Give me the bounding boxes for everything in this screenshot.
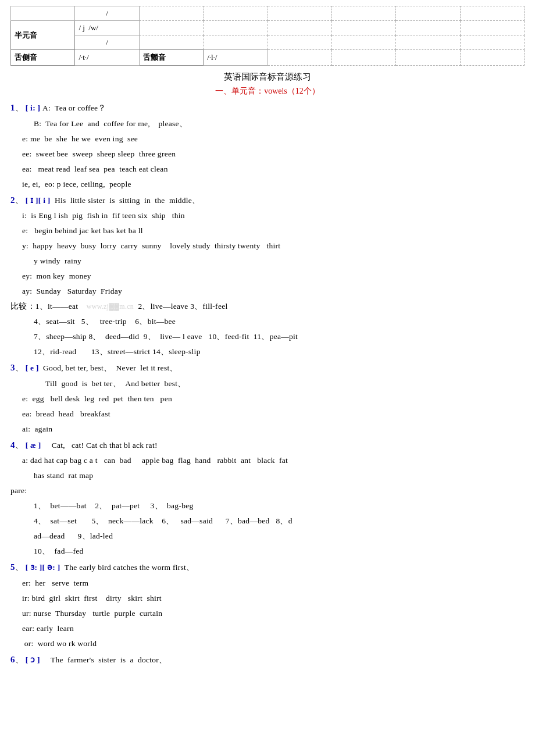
table-cell bbox=[331, 35, 395, 50]
item1-ie: ie, ei, eo: p iece, ceiling, people bbox=[10, 177, 525, 192]
content-block: 1、 [ i: ] A: Tea or coffee？ B: Tea for L… bbox=[10, 100, 525, 668]
table-cell bbox=[460, 50, 524, 66]
item2-main: His little sister is sitting in the midd… bbox=[52, 196, 200, 205]
table-cell bbox=[460, 21, 524, 35]
phoneme-2: [ ɪ ][ i ] bbox=[26, 196, 51, 205]
item4-c2: 4、 sat—set 5、 neck——lack 6、 sad—said 7、b… bbox=[10, 514, 525, 529]
item4-c1: 1、 bet——bat 2、 pat—pet 3、 bag-beg bbox=[10, 499, 525, 513]
table-label-semivowel: 半元音 bbox=[11, 21, 75, 50]
item4-header: 4、 [ æ ] Cat, cat! Cat ch that bl ack ra… bbox=[10, 437, 525, 454]
item2-e: e: begin behind jac ket bas ket ba ll bbox=[10, 224, 525, 238]
table-cell-trill-phoneme: /·l·/ bbox=[204, 50, 268, 66]
item3-till: Till good is bet ter、 And better best、 bbox=[10, 377, 525, 391]
watermark: www.zj▓▓m.cn bbox=[87, 302, 134, 311]
table-cell bbox=[396, 6, 460, 21]
item5-header: 5、 [ ɜ: ][ ə: ] The early bird catches t… bbox=[10, 559, 525, 576]
item2-ey: ey: mon key money bbox=[10, 269, 525, 284]
item5-ear: ear: early learn bbox=[10, 622, 525, 636]
item1-e: e: me be she he we even ing see bbox=[10, 132, 525, 147]
item1-text-a: A: Tea or coffee？ bbox=[42, 104, 106, 112]
table-label-trill: 舌颤音 bbox=[139, 50, 203, 66]
item5-ir: ir: bird girl skirt first dirty skirt sh… bbox=[10, 591, 525, 606]
item2-y2: y windy rainy bbox=[10, 254, 525, 269]
table-cell bbox=[268, 21, 331, 35]
table-cell bbox=[139, 35, 203, 50]
table-cell bbox=[460, 6, 524, 21]
num-6: 6 bbox=[10, 655, 15, 664]
table-cell bbox=[268, 35, 331, 50]
table-cell bbox=[139, 6, 203, 21]
item4-pare: pare: bbox=[10, 484, 525, 498]
item6-header: 6、 [ ɔ ] The farmer's sister is a doctor… bbox=[10, 652, 525, 668]
table-cell-slash2: / bbox=[75, 35, 139, 50]
phonetics-table-wrapper: / 半元音 / j /w/ / bbox=[10, 6, 525, 66]
item2-y: y: happy heavy busy lorry carry sunny lo… bbox=[10, 239, 525, 254]
table-cell bbox=[204, 35, 268, 50]
phoneme-3: [ e ] bbox=[26, 363, 39, 372]
table-cell bbox=[11, 6, 75, 21]
phoneme-4: [ æ ] bbox=[26, 441, 41, 450]
table-cell-lateral-phoneme: /·t·/ bbox=[75, 50, 139, 66]
num-4: 4 bbox=[10, 440, 15, 450]
table-cell bbox=[331, 50, 395, 66]
item4-c3: ad—dead 9、lad-led bbox=[10, 529, 525, 544]
table-cell-slash: / bbox=[75, 6, 139, 21]
table-cell bbox=[396, 50, 460, 66]
table-cell bbox=[331, 21, 395, 35]
item1-text-b: B: Tea for Lee and coffee for me, please… bbox=[10, 117, 525, 131]
item3-ai: ai: again bbox=[10, 422, 525, 437]
center-title: 英语国际音标音源练习 bbox=[10, 72, 525, 83]
item2-compare2: 4、seat—sit 5、 tree-trip 6、bit—bee bbox=[10, 315, 525, 329]
item3-header: 3、 [ e ] Good, bet ter, best、 Never let … bbox=[10, 360, 525, 376]
item5-er: er: her serve term bbox=[10, 576, 525, 591]
item3-e: e: egg bell desk leg red pet then ten pe… bbox=[10, 392, 525, 406]
table-cell bbox=[460, 35, 524, 50]
item5-or: or: word wo rk world bbox=[10, 637, 525, 651]
table-cell bbox=[396, 21, 460, 35]
item2-compare4: 12、rid-read 13、street—strict 14、sleep-sl… bbox=[10, 345, 525, 359]
table-cell bbox=[268, 6, 331, 21]
phoneme-6: [ ɔ ] bbox=[26, 655, 40, 664]
item2-compare3: 7、sheep—ship 8、 deed—did 9、 live— l eave… bbox=[10, 330, 525, 344]
item6-main: The farmer's sister is a doctor、 bbox=[42, 655, 167, 664]
phoneme-5: [ ɜ: ][ ə: ] bbox=[26, 563, 60, 572]
num-1: 1 bbox=[10, 103, 15, 112]
item2-compare: 比较：1、it——eat www.zj▓▓m.cn 2、live—leave 3… bbox=[10, 299, 525, 314]
item5-main: The early bird catches the worm first、 bbox=[62, 563, 194, 572]
item3-ea: ea: bread head breakfast bbox=[10, 407, 525, 422]
table-cell bbox=[204, 6, 268, 21]
num-3: 3 bbox=[10, 363, 15, 372]
item2-i: i: is Eng l ish pig fish in fif teen six… bbox=[10, 209, 525, 223]
table-cell bbox=[396, 35, 460, 50]
table-cell bbox=[204, 21, 268, 35]
item4-a: a: dad hat cap bag c a t can bad apple b… bbox=[10, 454, 525, 468]
table-cell bbox=[268, 50, 331, 66]
item1-ea: ea: meat read leaf sea pea teach eat cle… bbox=[10, 162, 525, 177]
phoneme-1: [ i: ] bbox=[26, 104, 41, 112]
phonetics-table: / 半元音 / j /w/ / bbox=[10, 6, 525, 66]
table-cell bbox=[331, 6, 395, 21]
item2-ay: ay: Sunday Saturday Friday bbox=[10, 284, 525, 299]
item4-has: has stand rat map bbox=[10, 469, 525, 483]
item1-ee: ee: sweet bee sweep sheep sleep three gr… bbox=[10, 147, 525, 162]
section1-title: 一、单元音：vowels（12个） bbox=[10, 86, 525, 97]
item5-ur: ur: nurse Thursday turtle purple curtain bbox=[10, 607, 525, 621]
table-cell bbox=[139, 21, 203, 35]
item4-main: Cat, cat! Cat ch that bl ack rat! bbox=[43, 441, 157, 450]
item4-c4: 10、 fad—fed bbox=[10, 544, 525, 559]
table-cell-jw: / j /w/ bbox=[75, 21, 139, 35]
item2-header: 2、 [ ɪ ][ i ] His little sister is sitti… bbox=[10, 192, 525, 209]
num-2: 2 bbox=[10, 195, 15, 205]
num-5: 5 bbox=[10, 562, 15, 572]
item3-main: Good, bet ter, best、 Never let it rest、 bbox=[41, 363, 177, 372]
item1-header: 1、 [ i: ] A: Tea or coffee？ bbox=[10, 100, 525, 116]
table-label-lateral: 舌侧音 bbox=[11, 50, 75, 66]
